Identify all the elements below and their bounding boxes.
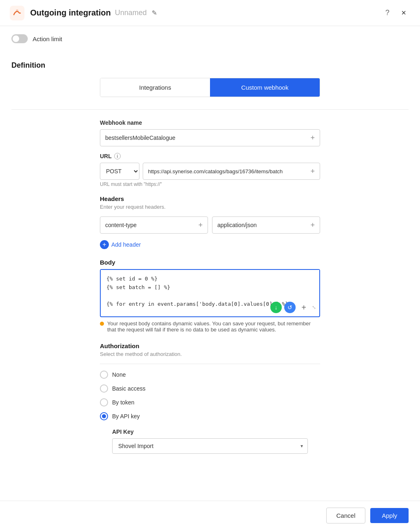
- tab-integrations[interactable]: Integrations: [100, 78, 210, 97]
- api-key-label: API Key: [112, 428, 320, 435]
- body-actions: ↓ ↺ + ⤡: [270, 302, 316, 313]
- header-key-input[interactable]: [100, 219, 193, 232]
- add-header-button[interactable]: + Add header: [100, 238, 141, 251]
- webhook-name-input-wrap: +: [100, 129, 320, 146]
- authorization-section: Authorization Select the method of autho…: [100, 342, 320, 454]
- body-action-blue-button[interactable]: ↺: [284, 302, 296, 313]
- url-input-wrap: +: [143, 163, 320, 180]
- definition-title: Definition: [11, 61, 409, 70]
- body-title: Body: [100, 259, 320, 266]
- headers-title: Headers: [100, 195, 320, 202]
- body-add-button[interactable]: +: [298, 302, 309, 313]
- api-key-select[interactable]: Shovel Import Default Custom: [112, 438, 308, 454]
- headers-subtitle: Enter your request headers.: [100, 204, 320, 210]
- action-limit-toggle[interactable]: [11, 34, 28, 43]
- auth-option-basic[interactable]: Basic access: [100, 384, 320, 393]
- webhook-name-input[interactable]: [100, 130, 305, 145]
- warning-dot: [100, 322, 104, 326]
- auth-radio-api-key: [100, 412, 108, 420]
- auth-radio-none: [100, 371, 108, 379]
- header-value-plus-button[interactable]: +: [305, 217, 320, 233]
- webhook-name-plus-button[interactable]: +: [305, 130, 320, 146]
- action-limit-label: Action limit: [33, 35, 62, 42]
- cancel-button[interactable]: Cancel: [326, 508, 366, 523]
- help-button[interactable]: ?: [381, 7, 394, 20]
- auth-radio-token: [100, 398, 108, 406]
- url-label: URL i: [100, 153, 320, 159]
- svg-point-1: [16, 9, 18, 12]
- add-header-icon: +: [100, 240, 109, 249]
- url-input[interactable]: [143, 165, 305, 178]
- edit-name-button[interactable]: ✎: [150, 8, 159, 18]
- header-value-input[interactable]: [212, 219, 305, 232]
- header-row: + +: [100, 216, 320, 234]
- svg-rect-0: [10, 6, 24, 20]
- app-logo: [10, 6, 24, 20]
- body-textarea-wrap: {% set id = 0 %} {% set batch = [] %} {%…: [100, 269, 320, 317]
- auth-option-none[interactable]: None: [100, 371, 320, 379]
- integration-name: Unnamed: [115, 9, 147, 17]
- body-action-green-button[interactable]: ↓: [270, 302, 282, 313]
- resize-handle: ⤡: [312, 305, 316, 310]
- url-plus-button[interactable]: +: [305, 163, 320, 179]
- auth-radio-group: None Basic access By token By API key: [100, 371, 320, 420]
- auth-title: Authorization: [100, 342, 320, 349]
- http-method-select[interactable]: POST GET PUT PATCH DELETE: [100, 163, 139, 180]
- apply-button[interactable]: Apply: [370, 508, 409, 523]
- main-content: Definition Integrations Custom webhook W…: [0, 51, 420, 501]
- definition-tabs: Integrations Custom webhook: [100, 78, 320, 97]
- tab-custom-webhook[interactable]: Custom webhook: [210, 78, 320, 97]
- header-key-plus-button[interactable]: +: [193, 217, 208, 233]
- webhook-name-label: Webhook name: [100, 119, 320, 126]
- url-hint: URL must start with "https://": [100, 181, 320, 187]
- body-warning: Your request body contains dynamic value…: [100, 320, 320, 333]
- close-button[interactable]: ×: [397, 7, 410, 20]
- api-key-select-wrap: Shovel Import Default Custom ▾: [112, 438, 308, 454]
- auth-radio-basic: [100, 384, 108, 393]
- auth-option-api-key[interactable]: By API key: [100, 412, 320, 420]
- url-info-icon[interactable]: i: [114, 153, 121, 159]
- page-title: Outgoing integration: [30, 8, 111, 18]
- footer: Cancel Apply: [0, 501, 420, 530]
- auth-option-token[interactable]: By token: [100, 398, 320, 406]
- header-key-input-wrap: +: [100, 216, 208, 234]
- header-value-input-wrap: +: [212, 216, 320, 234]
- auth-subtitle: Select the method of authorization.: [100, 351, 320, 357]
